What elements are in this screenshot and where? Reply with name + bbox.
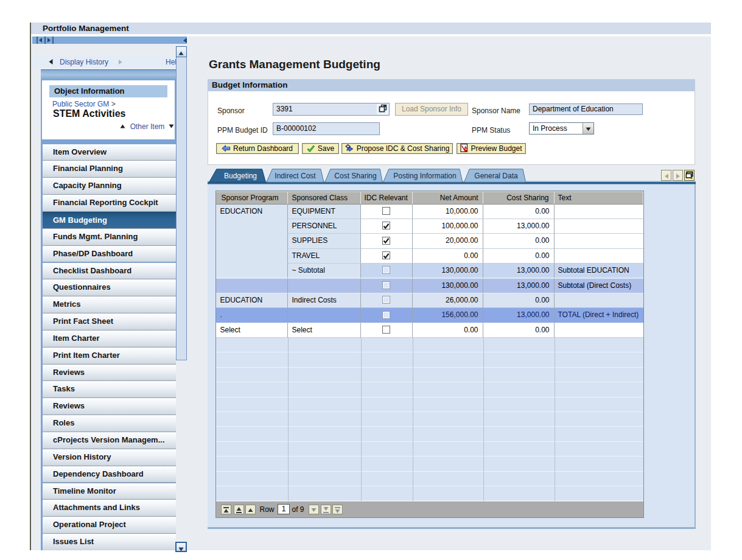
- svg-text:Cost Sharing: Cost Sharing: [334, 172, 376, 180]
- svg-text:General Data: General Data: [474, 172, 518, 180]
- svg-text:Posting Information: Posting Information: [393, 172, 456, 180]
- svg-text:Budgeting: Budgeting: [224, 172, 257, 180]
- svg-text:Indirect Cost: Indirect Cost: [275, 172, 316, 180]
